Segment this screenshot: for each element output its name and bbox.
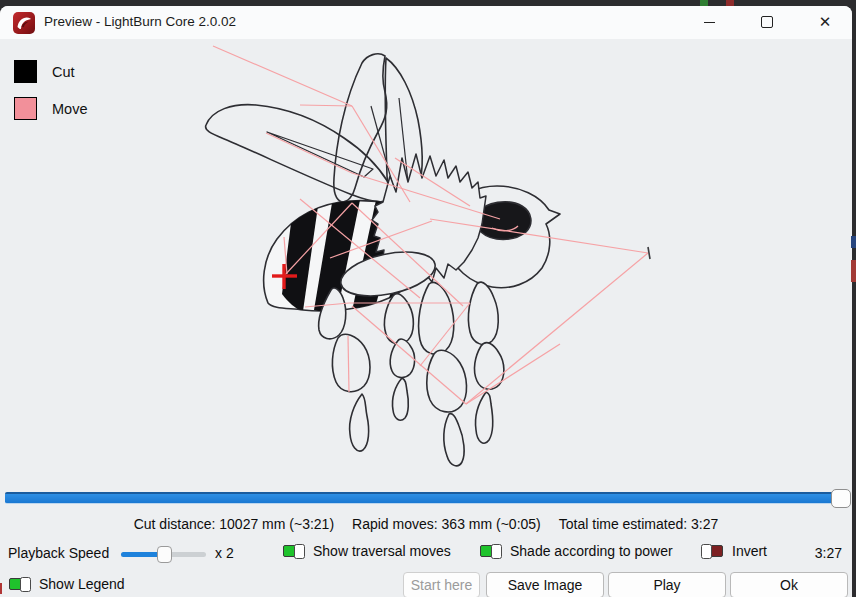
background-app-sliver	[0, 583, 2, 594]
start-here-button[interactable]: Start here	[403, 572, 480, 597]
elapsed-time: 3:27	[815, 545, 842, 561]
close-icon: ✕	[819, 13, 832, 31]
shade-power-toggle-group: Shade according to power	[480, 543, 673, 559]
laser-preview-drawing	[0, 39, 852, 488]
title-bar[interactable]: Preview - LightBurn Core 2.0.02 ✕	[0, 6, 852, 39]
playback-speed-slider[interactable]	[121, 552, 206, 557]
move-color-swatch	[14, 97, 37, 120]
show-legend-toggle[interactable]	[9, 578, 30, 590]
show-traversal-toggle-group: Show traversal moves	[283, 543, 451, 559]
toggle-knob	[20, 577, 31, 592]
save-image-button[interactable]: Save Image	[486, 572, 604, 597]
cut-distance-text: Cut distance: 10027 mm (~3:21)	[134, 516, 334, 532]
legend-item-move: Move	[14, 96, 87, 121]
play-button[interactable]: Play	[608, 572, 726, 597]
playback-speed-label: Playback Speed	[8, 545, 109, 561]
playback-progress-handle[interactable]	[831, 489, 851, 508]
minimize-icon	[704, 22, 715, 23]
background-app-sliver	[851, 236, 856, 248]
invert-toggle-group: Invert	[702, 543, 767, 559]
legend-label-move: Move	[52, 101, 87, 117]
minimize-button[interactable]	[686, 6, 732, 38]
toggle-knob	[701, 544, 712, 559]
show-traversal-toggle[interactable]	[283, 545, 304, 557]
show-legend-toggle-group: Show Legend	[9, 576, 125, 592]
show-legend-label: Show Legend	[39, 576, 125, 592]
legend-label-cut: Cut	[52, 64, 75, 80]
toggle-knob	[294, 544, 305, 559]
invert-toggle[interactable]	[702, 545, 723, 557]
playback-speed-value: x 2	[215, 545, 234, 561]
playback-speed-handle[interactable]	[157, 546, 172, 563]
playback-controls-row: Playback Speed x 2 Show traversal moves …	[0, 542, 852, 566]
status-line: Cut distance: 10027 mm (~3:21)Rapid move…	[0, 516, 852, 532]
cut-color-swatch	[14, 60, 37, 83]
shade-power-label: Shade according to power	[510, 543, 673, 559]
lightburn-logo-icon	[13, 12, 35, 34]
legend: Cut Move	[14, 59, 87, 133]
close-button[interactable]: ✕	[802, 6, 848, 38]
rapid-moves-text: Rapid moves: 363 mm (~0:05)	[352, 516, 541, 532]
preview-canvas: Cut Move	[0, 39, 852, 488]
invert-label: Invert	[732, 543, 767, 559]
legend-item-cut: Cut	[14, 59, 87, 84]
window-title: Preview - LightBurn Core 2.0.02	[44, 14, 236, 29]
shade-power-toggle[interactable]	[480, 545, 501, 557]
preview-dialog: Preview - LightBurn Core 2.0.02 ✕	[0, 6, 852, 597]
maximize-button[interactable]	[744, 6, 790, 38]
playback-progress-slider[interactable]	[5, 492, 850, 504]
toggle-knob	[491, 544, 502, 559]
ok-button[interactable]: Ok	[730, 572, 848, 597]
bottom-row: Show Legend Start here Save Image Play O…	[0, 570, 852, 597]
background-app-sliver	[851, 260, 856, 282]
total-time-text: Total time estimated: 3:27	[559, 516, 719, 532]
show-traversal-label: Show traversal moves	[313, 543, 451, 559]
maximize-icon	[761, 16, 773, 28]
